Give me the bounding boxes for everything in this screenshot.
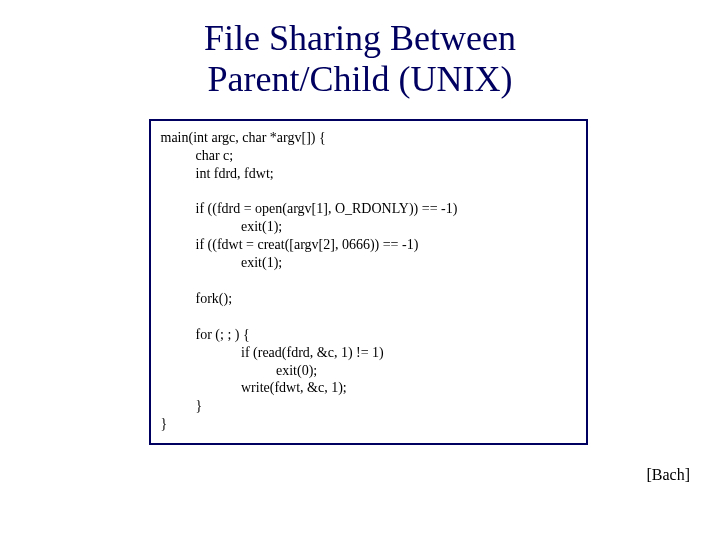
code-content: main(int argc, char *argv[]) { char c; i… xyxy=(161,129,576,433)
code-box: main(int argc, char *argv[]) { char c; i… xyxy=(149,119,588,445)
title-line-2: Parent/Child (UNIX) xyxy=(208,59,513,99)
slide-title: File Sharing Between Parent/Child (UNIX) xyxy=(0,18,720,101)
title-line-1: File Sharing Between xyxy=(204,18,516,58)
attribution: [Bach] xyxy=(646,466,690,484)
